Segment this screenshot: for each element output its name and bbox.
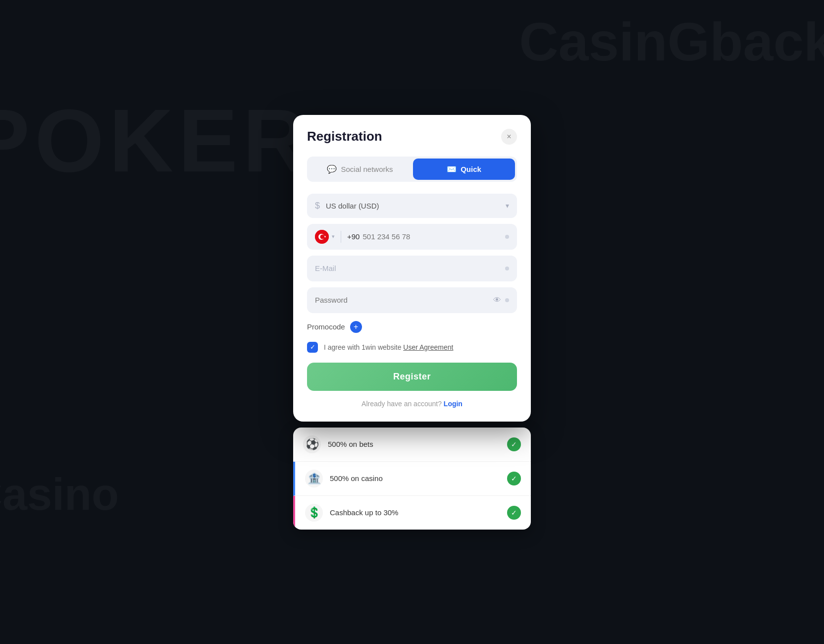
phone-number-input[interactable] bbox=[362, 232, 505, 241]
currency-selector[interactable]: $ US dollar (USD) ▾ bbox=[307, 194, 517, 218]
checkmark-icon: ✓ bbox=[310, 343, 315, 351]
password-required-dot bbox=[505, 298, 509, 302]
agreement-row: ✓ I agree with 1win website User Agreeme… bbox=[307, 342, 517, 353]
password-input-wrapper: 👁 bbox=[307, 287, 517, 313]
bonus-casino-check: ✓ bbox=[507, 472, 521, 485]
turkey-flag bbox=[315, 230, 329, 244]
bg-topright-text: CasinGback bbox=[519, 10, 824, 73]
registration-modal: Registration × 💬 Social networks ✉️ Quic… bbox=[293, 115, 531, 422]
tab-switcher: 💬 Social networks ✉️ Quick bbox=[307, 157, 517, 182]
bonus-item-cashback: 💲 Cashback up to 30% ✓ bbox=[293, 496, 531, 530]
social-networks-icon: 💬 bbox=[327, 164, 337, 174]
tab-quick[interactable]: ✉️ Quick bbox=[413, 159, 515, 180]
email-input[interactable] bbox=[315, 264, 505, 272]
phone-divider bbox=[341, 231, 341, 243]
modal-header: Registration × bbox=[307, 129, 517, 145]
modal-area: Registration × 💬 Social networks ✉️ Quic… bbox=[293, 115, 531, 530]
currency-value: US dollar (USD) bbox=[326, 202, 506, 210]
agreement-text: I agree with 1win website User Agreement bbox=[324, 343, 453, 351]
dollar-icon: $ bbox=[315, 201, 320, 211]
eye-icon[interactable]: 👁 bbox=[493, 296, 501, 305]
bonus-bets-label: 500% on bets bbox=[328, 440, 507, 448]
bonus-card: ⚽ 500% on bets ✓ 🏦 500% on casino ✓ 💲 Ca… bbox=[293, 428, 531, 530]
tab-social-networks-label: Social networks bbox=[341, 165, 393, 173]
bonus-bets-check: ✓ bbox=[507, 437, 521, 451]
bg-casino-text: Casino bbox=[0, 469, 119, 520]
bonus-cashback-check: ✓ bbox=[507, 506, 521, 520]
casino-building-icon: 🏦 bbox=[305, 470, 323, 487]
quick-icon: ✉️ bbox=[447, 164, 457, 174]
phone-required-dot bbox=[505, 235, 509, 239]
tab-quick-label: Quick bbox=[461, 165, 481, 173]
login-link[interactable]: Login bbox=[444, 400, 463, 408]
flag-chevron-icon: ▾ bbox=[332, 233, 335, 240]
email-required-dot bbox=[505, 267, 509, 270]
modal-title: Registration bbox=[307, 129, 382, 144]
chevron-down-icon: ▾ bbox=[506, 202, 509, 210]
add-promocode-button[interactable]: + bbox=[350, 321, 362, 333]
register-button[interactable]: Register bbox=[307, 363, 517, 391]
phone-country-code: +90 bbox=[347, 232, 360, 241]
close-button[interactable]: × bbox=[501, 129, 517, 145]
login-prompt-text: Already have an account? bbox=[361, 400, 444, 408]
phone-input-wrapper: ▾ +90 bbox=[307, 224, 517, 250]
login-row: Already have an account? Login bbox=[307, 400, 517, 408]
tab-social-networks[interactable]: 💬 Social networks bbox=[309, 159, 411, 180]
bonus-item-bets: ⚽ 500% on bets ✓ bbox=[293, 428, 531, 462]
bonus-cashback-label: Cashback up to 30% bbox=[330, 508, 507, 517]
user-agreement-link[interactable]: User Agreement bbox=[403, 343, 453, 351]
country-selector[interactable]: ▾ bbox=[315, 230, 340, 244]
agreement-checkbox[interactable]: ✓ bbox=[307, 342, 318, 353]
svg-point-2 bbox=[320, 234, 325, 239]
bg-poker-text: POKER bbox=[0, 89, 312, 192]
soccer-ball-icon: ⚽ bbox=[303, 435, 321, 453]
promocode-row: Promocode + bbox=[307, 321, 517, 333]
bonus-item-casino: 🏦 500% on casino ✓ bbox=[293, 462, 531, 496]
password-input[interactable] bbox=[315, 296, 493, 304]
bonus-casino-label: 500% on casino bbox=[330, 474, 507, 483]
cashback-icon: 💲 bbox=[305, 504, 323, 522]
email-input-wrapper bbox=[307, 256, 517, 281]
promocode-label: Promocode bbox=[307, 322, 345, 331]
